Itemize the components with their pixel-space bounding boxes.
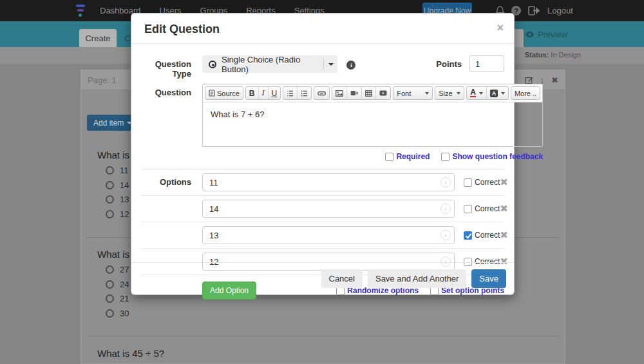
option-input[interactable] — [202, 226, 455, 244]
chevron-circle-icon[interactable]: › — [440, 230, 451, 240]
image-icon — [336, 90, 343, 97]
delete-page-icon[interactable]: ✖ — [551, 75, 558, 85]
radio-button-icon — [209, 61, 216, 68]
page-title: Page: 1 — [88, 75, 117, 85]
radio-icon[interactable] — [106, 181, 114, 189]
option-row: › Correct ✖ — [141, 222, 504, 249]
points-input[interactable] — [469, 55, 504, 72]
tab-create[interactable]: Create — [79, 29, 117, 47]
save-and-add-another-button[interactable]: Save and Add Another — [368, 269, 466, 288]
correct-checkbox[interactable] — [464, 178, 472, 187]
required-checkbox-row[interactable]: Required — [385, 152, 430, 161]
chevron-circle-icon[interactable]: › — [440, 204, 451, 214]
delete-option-icon[interactable]: ✖ — [500, 229, 508, 241]
bg-option: 11 — [106, 166, 129, 175]
eye-icon — [525, 31, 535, 38]
youtube-icon — [379, 90, 387, 96]
youtube-button[interactable] — [375, 87, 390, 99]
delete-option-icon[interactable]: ✖ — [500, 203, 508, 215]
numbered-list-button[interactable] — [283, 87, 297, 99]
modal-header: Edit Question × — [131, 14, 514, 44]
modal-title: Edit Question — [144, 23, 220, 35]
question-type-label: Question Type — [141, 55, 191, 79]
bg-option: 21 — [106, 294, 129, 303]
numbered-list-icon — [287, 90, 294, 97]
edit-page-icon[interactable] — [525, 76, 533, 84]
status-text: Status: In Design — [525, 51, 581, 59]
bg-option: 30 — [106, 309, 129, 318]
correct-checkbox[interactable] — [464, 231, 472, 240]
bg-color-button[interactable]: A — [486, 87, 508, 99]
delete-option-icon[interactable]: ✖ — [500, 177, 508, 188]
bg-option: 14 — [106, 180, 129, 190]
rich-text-editor: Source B I U — [202, 84, 543, 147]
correct-checkbox[interactable] — [464, 205, 472, 213]
radio-icon[interactable] — [106, 294, 114, 303]
save-button[interactable]: Save — [471, 269, 506, 288]
source-button[interactable]: Source — [205, 87, 243, 99]
preview-link[interactable]: Preview — [525, 21, 567, 47]
info-icon[interactable]: i — [346, 61, 355, 70]
editor-toolbar: Source B I U — [203, 84, 542, 102]
underline-button[interactable]: U — [268, 87, 281, 99]
source-icon — [209, 90, 215, 97]
bg-option: 24 — [106, 280, 129, 289]
bullet-list-icon — [301, 90, 308, 97]
bold-button[interactable]: B — [246, 87, 258, 99]
option-row: › Correct ✖ — [141, 169, 504, 196]
link-icon — [317, 91, 326, 96]
divider — [86, 336, 558, 336]
modal-footer: Cancel Save and Add Another Save — [131, 262, 514, 294]
video-button[interactable] — [346, 87, 361, 99]
bg-option: 13 — [106, 195, 129, 204]
bg-option: 12 — [106, 209, 129, 219]
feedback-checkbox-row[interactable]: Show question feedback — [441, 152, 543, 161]
chevron-down-icon — [323, 59, 337, 70]
italic-button[interactable]: I — [258, 87, 268, 99]
option-row: › Correct ✖ — [141, 196, 504, 222]
close-icon[interactable]: × — [497, 22, 504, 34]
table-button[interactable] — [361, 87, 375, 99]
image-button[interactable] — [332, 87, 346, 99]
bullet-list-button[interactable] — [297, 87, 311, 99]
logout-link[interactable]: Logout — [547, 6, 573, 15]
radio-icon[interactable] — [106, 166, 114, 175]
options-label: Options — [141, 177, 191, 187]
radio-icon[interactable] — [106, 280, 114, 289]
option-input[interactable] — [202, 200, 455, 218]
cancel-button[interactable]: Cancel — [321, 269, 363, 288]
points-label: Points — [436, 59, 462, 69]
size-dropdown[interactable]: Size — [435, 87, 464, 99]
chevron-circle-icon[interactable]: › — [440, 177, 451, 187]
brand-logo-icon[interactable] — [76, 4, 86, 17]
radio-icon[interactable] — [106, 210, 114, 218]
question-text-area[interactable]: What is 7 + 6? — [203, 102, 542, 146]
font-dropdown[interactable]: Font — [393, 87, 432, 99]
bg-question-title: What is 45 ÷ 5? — [97, 348, 164, 359]
edit-question-modal: Edit Question × Question Type Single Cho… — [131, 13, 515, 295]
radio-icon[interactable] — [106, 195, 114, 204]
question-label: Question — [141, 84, 191, 161]
feedback-checkbox[interactable] — [441, 153, 450, 161]
radio-icon[interactable] — [106, 265, 114, 274]
video-icon — [350, 90, 358, 96]
logout-icon[interactable] — [528, 6, 540, 15]
bg-option: 27 — [106, 265, 129, 274]
text-color-button[interactable]: A — [467, 87, 486, 99]
radio-icon[interactable] — [106, 309, 114, 318]
link-button[interactable] — [314, 87, 329, 99]
option-input[interactable] — [202, 173, 455, 191]
required-checkbox[interactable] — [385, 153, 393, 161]
more-button[interactable]: More .. — [511, 87, 540, 99]
question-type-select[interactable]: Single Choice (Radio Button) — [202, 55, 337, 73]
table-icon — [365, 90, 372, 97]
